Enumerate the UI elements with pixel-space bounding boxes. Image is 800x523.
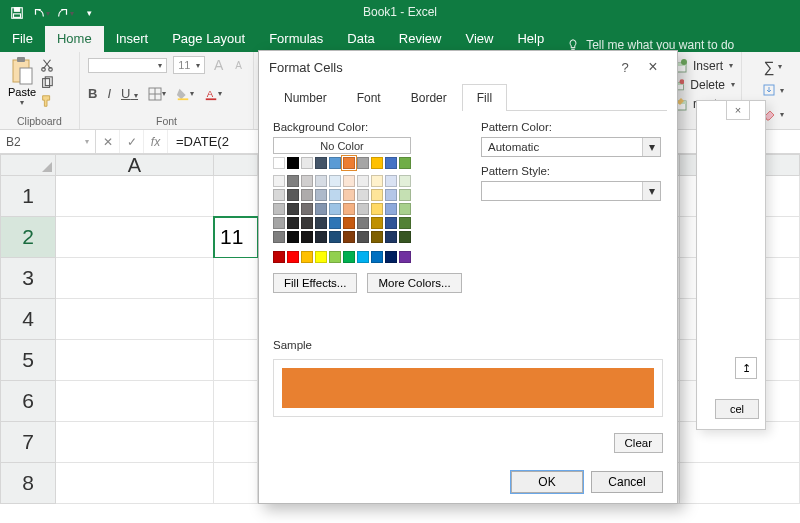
color-swatch[interactable]	[343, 203, 355, 215]
color-swatch[interactable]	[385, 217, 397, 229]
formula-text[interactable]: =DATE(2	[168, 134, 229, 149]
color-swatch[interactable]	[329, 251, 341, 263]
delete-cells-button[interactable]: Delete▾	[673, 75, 735, 94]
col-header-b[interactable]	[214, 154, 258, 176]
cancel-button[interactable]: Cancel	[591, 471, 663, 493]
cell-selected[interactable]: 11	[214, 217, 258, 258]
fill-effects-button[interactable]: Fill Effects...	[273, 273, 357, 293]
pattern-style-combo[interactable]: ▾	[481, 181, 661, 201]
color-swatch[interactable]	[315, 203, 327, 215]
color-swatch[interactable]	[301, 175, 313, 187]
color-swatch[interactable]	[287, 189, 299, 201]
color-swatch[interactable]	[343, 217, 355, 229]
tab-help[interactable]: Help	[505, 26, 556, 52]
color-swatch[interactable]	[329, 231, 341, 243]
cell[interactable]	[56, 258, 214, 299]
clear-button[interactable]: Clear	[614, 433, 663, 453]
color-swatch[interactable]	[301, 217, 313, 229]
color-swatch[interactable]	[343, 189, 355, 201]
color-swatch[interactable]	[315, 189, 327, 201]
row-header[interactable]: 7	[0, 422, 56, 463]
color-swatch[interactable]	[385, 231, 397, 243]
color-swatch[interactable]	[315, 251, 327, 263]
color-swatch[interactable]	[315, 157, 327, 169]
background-dialog-close-icon[interactable]: ×	[726, 100, 750, 120]
select-all-corner[interactable]	[0, 154, 56, 176]
insert-cells-button[interactable]: Insert▾	[673, 56, 735, 75]
color-swatch[interactable]	[329, 217, 341, 229]
color-swatch[interactable]	[287, 231, 299, 243]
cell[interactable]	[56, 463, 214, 504]
color-swatch[interactable]	[273, 203, 285, 215]
cell[interactable]	[56, 381, 214, 422]
dialog-tab-font[interactable]: Font	[342, 84, 396, 111]
cell[interactable]	[214, 258, 258, 299]
color-swatch[interactable]	[315, 217, 327, 229]
cell[interactable]	[56, 422, 214, 463]
redo-icon[interactable]: ▾	[54, 2, 76, 24]
color-swatch[interactable]	[385, 203, 397, 215]
grow-font-icon[interactable]: A	[211, 57, 226, 73]
format-painter-icon[interactable]	[40, 94, 54, 108]
color-swatch[interactable]	[399, 203, 411, 215]
tab-file[interactable]: File	[0, 26, 45, 52]
name-box[interactable]: B2▾	[0, 130, 96, 153]
dialog-help-icon[interactable]: ?	[611, 60, 639, 75]
color-swatch[interactable]	[357, 217, 369, 229]
color-swatch[interactable]	[301, 231, 313, 243]
color-swatch[interactable]	[273, 231, 285, 243]
italic-button[interactable]: I	[107, 86, 111, 101]
enter-formula-icon[interactable]: ✓	[120, 130, 144, 153]
color-swatch[interactable]	[371, 189, 383, 201]
no-color-button[interactable]: No Color	[273, 137, 411, 154]
color-swatch[interactable]	[385, 189, 397, 201]
dialog-tab-fill[interactable]: Fill	[462, 84, 507, 111]
color-swatch[interactable]	[329, 175, 341, 187]
pattern-color-combo[interactable]: Automatic▾	[481, 137, 661, 157]
color-swatch[interactable]	[343, 251, 355, 263]
background-dialog-arrow-button[interactable]: ↥	[735, 357, 757, 379]
borders-icon[interactable]: ▾	[148, 87, 166, 101]
fill-color-icon[interactable]: ▾	[176, 87, 194, 101]
color-swatch[interactable]	[371, 203, 383, 215]
cell[interactable]	[56, 299, 214, 340]
font-name-combo[interactable]: ▾	[88, 58, 167, 73]
cell[interactable]	[214, 299, 258, 340]
underline-button[interactable]: U ▾	[121, 86, 138, 101]
color-swatch[interactable]	[399, 231, 411, 243]
color-swatch[interactable]	[287, 251, 299, 263]
undo-icon[interactable]: ▾	[30, 2, 52, 24]
color-swatch[interactable]	[357, 231, 369, 243]
cell[interactable]	[56, 217, 214, 258]
color-swatch[interactable]	[287, 157, 299, 169]
shrink-font-icon[interactable]: A	[232, 60, 245, 71]
color-swatch[interactable]	[357, 175, 369, 187]
insert-function-icon[interactable]: fx	[144, 130, 168, 153]
color-swatch[interactable]	[301, 203, 313, 215]
color-swatch[interactable]	[371, 217, 383, 229]
color-swatch[interactable]	[301, 189, 313, 201]
dialog-close-icon[interactable]: ×	[639, 58, 667, 76]
cell[interactable]	[214, 340, 258, 381]
row-header[interactable]: 5	[0, 340, 56, 381]
color-swatch[interactable]	[287, 217, 299, 229]
cut-icon[interactable]	[40, 58, 54, 72]
color-swatch[interactable]	[371, 251, 383, 263]
color-swatch[interactable]	[371, 157, 383, 169]
color-swatch[interactable]	[329, 203, 341, 215]
color-swatch[interactable]	[399, 157, 411, 169]
cancel-formula-icon[interactable]: ✕	[96, 130, 120, 153]
tab-formulas[interactable]: Formulas	[257, 26, 335, 52]
color-swatch[interactable]	[385, 175, 397, 187]
color-swatch[interactable]	[399, 217, 411, 229]
color-swatch[interactable]	[273, 189, 285, 201]
cell[interactable]	[680, 463, 800, 504]
cell[interactable]	[214, 422, 258, 463]
tab-page-layout[interactable]: Page Layout	[160, 26, 257, 52]
color-swatch[interactable]	[315, 231, 327, 243]
color-swatch[interactable]	[273, 157, 285, 169]
cell[interactable]	[214, 176, 258, 217]
dialog-tab-number[interactable]: Number	[269, 84, 342, 111]
tab-review[interactable]: Review	[387, 26, 454, 52]
color-swatch[interactable]	[357, 251, 369, 263]
